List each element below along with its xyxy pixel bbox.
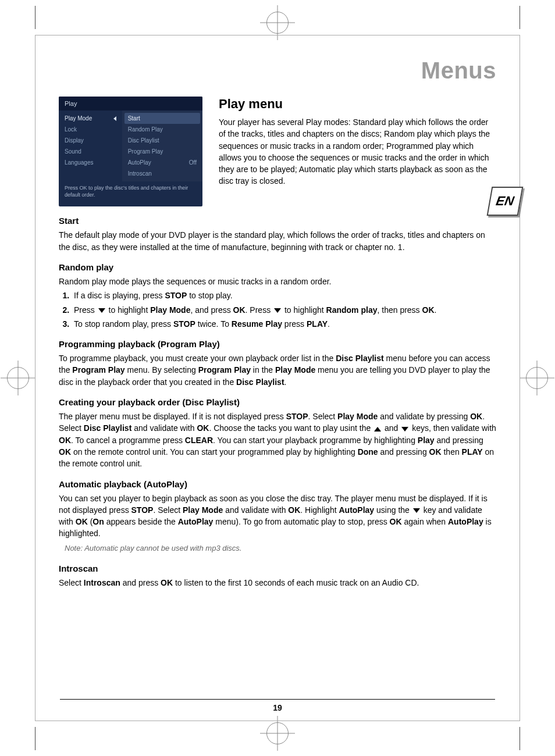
- page-number: 19: [35, 699, 520, 712]
- program-body: To programme playback, you must create y…: [59, 352, 496, 388]
- triangle-left-icon: [113, 116, 116, 121]
- introscan-heading: Introscan: [59, 564, 496, 573]
- osd-left-item: Display: [59, 135, 122, 146]
- osd-left-label: Sound: [65, 148, 81, 155]
- play-menu-intro: Play menu Your player has several Play m…: [219, 97, 496, 187]
- program-heading: Programming playback (Program Play): [59, 339, 496, 349]
- osd-left-item: Play Mode: [59, 113, 122, 124]
- osd-left-item: Sound: [59, 146, 122, 157]
- osd-right-label: Start: [128, 115, 140, 122]
- registration-mark-icon: [266, 722, 289, 744]
- registration-mark-icon: [266, 12, 289, 34]
- registration-mark-icon: [7, 367, 29, 389]
- language-badge: EN: [489, 187, 521, 216]
- osd-footer-hint: Press OK to play the disc's titles and c…: [59, 181, 202, 206]
- page-content: Menus EN Play Play Mode Lock Display Sou…: [35, 35, 520, 721]
- osd-left-label: Lock: [65, 126, 77, 133]
- random-steps: If a disc is playing, press STOP to stop…: [59, 290, 496, 330]
- osd-right-item: Random Play: [122, 124, 202, 135]
- arrow-down-icon: [274, 308, 281, 313]
- crop-mark: [520, 6, 520, 29]
- osd-left-item: Languages: [59, 157, 122, 168]
- autoplay-note: Note: Automatic play cannot be used with…: [65, 543, 496, 554]
- introscan-body: Select Introscan and press OK to listen …: [59, 577, 496, 589]
- random-step-2: Press to highlight Play Mode, and press …: [72, 304, 496, 316]
- osd-right-item: Disc Playlist: [122, 135, 202, 146]
- osd-right-item: Program Play: [122, 146, 202, 157]
- osd-right-label: Disc Playlist: [128, 137, 159, 144]
- osd-menu-screenshot: Play Play Mode Lock Display Sound Langua…: [59, 97, 202, 206]
- play-menu-heading: Play menu: [219, 97, 496, 112]
- osd-right-label: Random Play: [128, 126, 163, 133]
- crop-mark: [35, 727, 35, 750]
- random-step-3: To stop random play, press STOP twice. T…: [72, 318, 496, 330]
- osd-right-label: Program Play: [128, 148, 163, 155]
- crop-mark: [520, 727, 520, 750]
- play-menu-body: Your player has several Play modes: Stan…: [219, 116, 496, 187]
- osd-left-label: Play Mode: [65, 115, 92, 122]
- osd-left-label: Display: [65, 137, 84, 144]
- osd-left-item: Lock: [59, 124, 122, 135]
- osd-right-value: Off: [189, 159, 197, 166]
- language-badge-text: EN: [487, 187, 524, 216]
- arrow-down-icon: [413, 508, 420, 513]
- osd-right-label: Introscan: [128, 170, 152, 177]
- crop-mark: [35, 6, 35, 29]
- osd-right-item: AutoPlayOff: [122, 157, 202, 168]
- creating-heading: Creating your playback order (Disc Playl…: [59, 397, 496, 407]
- random-intro: Random play mode plays the sequences or …: [59, 276, 496, 287]
- start-body: The default play mode of your DVD player…: [59, 229, 496, 253]
- random-heading: Random play: [59, 262, 496, 272]
- osd-right-item: Introscan: [122, 168, 202, 179]
- page-title: Menus: [59, 58, 496, 84]
- osd-right-label: AutoPlay: [128, 159, 151, 166]
- creating-body: The player menu must be displayed. If it…: [59, 411, 496, 469]
- autoplay-body: You can set you player to begin playback…: [59, 493, 496, 540]
- osd-title: Play: [59, 97, 202, 110]
- osd-right-column: Start Random Play Disc Playlist Program …: [122, 110, 202, 181]
- osd-right-item: Start: [124, 113, 200, 124]
- osd-left-column: Play Mode Lock Display Sound Languages: [59, 110, 122, 181]
- random-step-1: If a disc is playing, press STOP to stop…: [72, 290, 496, 301]
- arrow-down-icon: [401, 427, 408, 432]
- osd-left-label: Languages: [65, 159, 94, 166]
- arrow-up-icon: [374, 427, 381, 432]
- arrow-down-icon: [98, 308, 105, 313]
- registration-mark-icon: [526, 367, 548, 389]
- start-heading: Start: [59, 216, 496, 226]
- autoplay-heading: Automatic playback (AutoPlay): [59, 479, 496, 489]
